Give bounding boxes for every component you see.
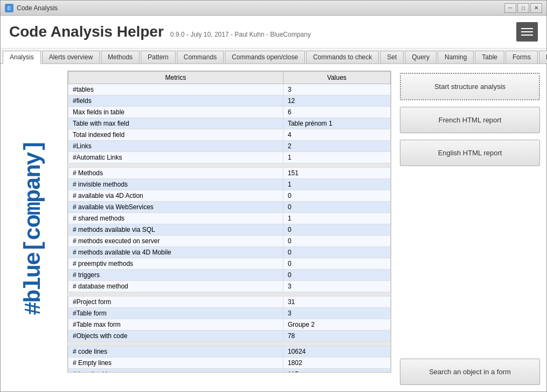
main-content: Metrics Values #tables3#fields12Max fiel… [67,71,540,385]
table-row: #Objects with code78 [68,331,391,342]
value-cell: 1 [283,179,390,190]
tab-table[interactable]: Table [475,51,504,63]
metric-cell: # available via 4D Action [68,190,283,202]
maximize-button[interactable]: □ [517,3,529,13]
table-row: # available via WebServices0 [68,202,391,213]
value-cell: 0 [283,258,390,270]
tab-commands-to-check[interactable]: Commands to check [306,51,379,63]
metric-cell: # methods available via 4D Mobile [68,247,283,258]
tabs-bar: Analysis Alerts overview Methods Pattern… [1,49,546,64]
window-controls: ─ □ ✕ [504,3,542,13]
logo-text: #blue[company] [21,140,47,315]
table-row: #fields12 [68,95,391,107]
app-title: Code Analysis Helper [9,23,164,40]
search-object-button[interactable]: Search an object in a form [400,359,540,385]
content-area: #blue[company] Metrics Values #tables [1,64,546,391]
value-cell: 0 [283,202,390,213]
tab-forms[interactable]: Forms [506,51,538,63]
value-cell: 78 [283,331,390,342]
metric-cell: Total indexed field [68,129,283,141]
menu-button[interactable] [516,22,538,42]
table-row: # code lines10624 [68,346,391,357]
metric-cell: # Empty lines [68,357,283,369]
table-row: #Automatic Links1 [68,152,391,163]
metric-cell: # Methods [68,168,283,179]
tab-picture[interactable]: Picture [539,51,547,63]
value-cell: 4 [283,129,390,141]
metric-cell: #Table max form [68,319,283,331]
value-cell: 115 [283,369,390,373]
value-cell: Groupe 2 [283,319,390,331]
table-row: # available via 4D Action0 [68,190,391,202]
table-row: # methods executed on server0 [68,236,391,247]
table-wrapper[interactable]: Metrics Values #tables3#fields12Max fiel… [67,71,391,373]
value-cell: 3 [283,84,390,95]
value-cell: 1802 [283,357,390,369]
close-button[interactable]: ✕ [530,3,542,13]
separator-cell [68,342,391,346]
metric-cell: # invisible methods [68,179,283,190]
table-row: #Project form31 [68,297,391,308]
table-row: # preemptiv methods0 [68,258,391,270]
window-title: Code Analysis [17,4,58,12]
table-row: #Table form3 [68,308,391,319]
minimize-button[interactable]: ─ [504,3,516,13]
value-cell: 1 [283,213,390,224]
metric-cell: # preemptiv methods [68,258,283,270]
tab-set[interactable]: Set [380,51,404,63]
metric-cell: #tables [68,84,283,95]
metric-cell: #Project form [68,297,283,308]
table-row: Table with max fieldTable prénom 1 [68,118,391,129]
tab-methods[interactable]: Methods [101,51,140,63]
french-report-button[interactable]: French HTML report [400,107,540,133]
tab-naming[interactable]: Naming [438,51,474,63]
tab-commands-open-close[interactable]: Commands open/close [225,51,305,63]
value-cell: 12 [283,95,390,107]
spacer [400,173,540,352]
metric-cell: # triggers [68,270,283,281]
value-cell: 6 [283,107,390,118]
value-cell: 0 [283,247,390,258]
value-cell: 0 [283,236,390,247]
table-row: # Methods151 [68,168,391,179]
title-bar-left: C Code Analysis [5,4,58,12]
metric-cell: #fields [68,95,283,107]
table-row: # methods available via SQL0 [68,224,391,236]
english-report-button[interactable]: English HTML report [400,140,540,166]
value-cell: Table prénom 1 [283,118,390,129]
app-header: Code Analysis Helper 0.9.0 - July 10, 20… [1,16,546,49]
value-cell: 31 [283,297,390,308]
table-row: # database method3 [68,281,391,292]
main-window: C Code Analysis ─ □ ✕ Code Analysis Help… [0,0,547,392]
metric-cell: Table with max field [68,118,283,129]
value-cell: 0 [283,224,390,236]
hamburger-line-3 [521,35,533,36]
tab-analysis[interactable]: Analysis [3,51,41,64]
start-analysis-button[interactable]: Start structure analysis [400,73,540,100]
app-subtitle: 0.9.0 - July 10, 2017 - Paul Kuhn - Blue… [170,31,311,38]
table-row: #Links2 [68,141,391,152]
right-panel: Start structure analysis French HTML rep… [400,71,540,385]
metric-cell: # Inactive Lines [68,369,283,373]
table-row: # Empty lines1802 [68,357,391,369]
sidebar-logo: #blue[company] [7,71,61,385]
hamburger-line-1 [521,28,533,29]
tab-commands[interactable]: Commands [177,51,224,63]
metric-cell: # methods available via SQL [68,224,283,236]
tab-alerts-overview[interactable]: Alerts overview [42,51,100,63]
separator-cell [68,163,391,168]
col-header-metrics: Metrics [68,72,283,84]
table-row: # invisible methods1 [68,179,391,190]
separator-cell [68,292,391,297]
metric-cell: #Table form [68,308,283,319]
metric-cell: #Objects with code [68,331,283,342]
tab-query[interactable]: Query [405,51,437,63]
table-row: # methods available via 4D Mobile0 [68,247,391,258]
col-header-values: Values [283,72,390,84]
table-row [68,292,391,297]
table-row: Total indexed field4 [68,129,391,141]
table-row: #tables3 [68,84,391,95]
hamburger-line-2 [521,31,533,32]
tab-pattern[interactable]: Pattern [141,51,176,63]
metric-cell: Max fields in table [68,107,283,118]
